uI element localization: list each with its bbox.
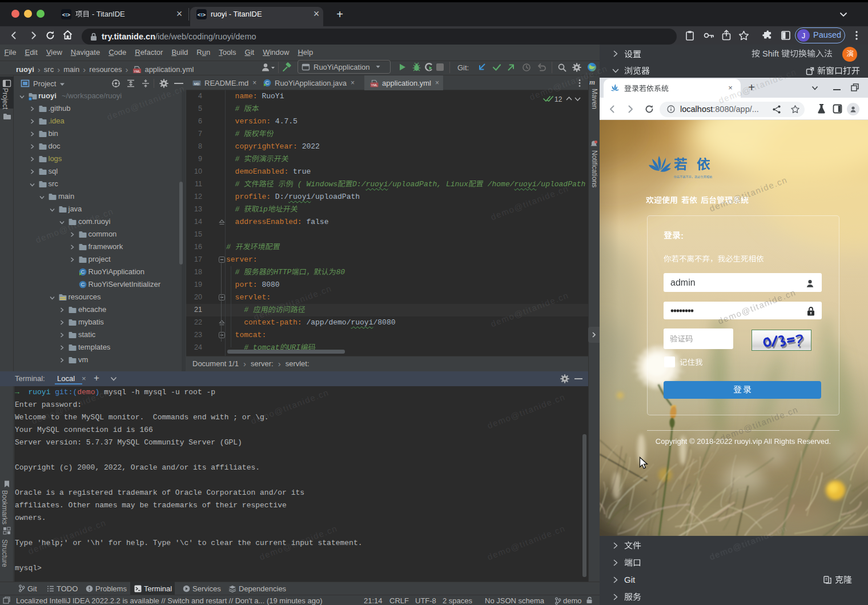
svg-text:12: 12 bbox=[554, 95, 562, 103]
svg-text:YML: YML bbox=[371, 83, 377, 86]
svg-text:MD: MD bbox=[194, 82, 200, 85]
svg-text:YML: YML bbox=[134, 70, 140, 73]
svg-text:C: C bbox=[81, 281, 85, 287]
